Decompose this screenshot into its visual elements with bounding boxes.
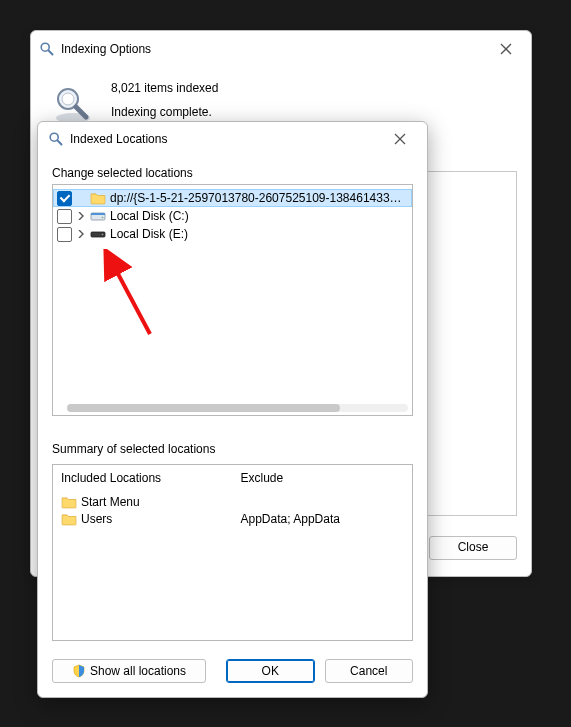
exclude-text: AppData; AppData <box>241 512 340 526</box>
included-item-label: Users <box>81 512 112 526</box>
svg-point-6 <box>62 93 74 105</box>
tree-checkbox[interactable] <box>57 227 72 242</box>
exclude-column: Exclude AppData; AppData <box>233 465 413 640</box>
indexed-locations-close-button[interactable] <box>383 127 417 151</box>
close-icon <box>500 43 512 55</box>
indexed-locations-icon <box>48 132 64 146</box>
show-all-label: Show all locations <box>90 664 186 678</box>
included-column: Included Locations Start MenuUsers <box>53 465 233 640</box>
tree-checkbox[interactable] <box>57 209 72 224</box>
tree-expander[interactable] <box>76 212 86 220</box>
indexing-options-titlebar: Indexing Options <box>31 31 531 63</box>
close-button-label: Close <box>458 540 489 554</box>
indexed-locations-title: Indexed Locations <box>70 132 167 146</box>
change-locations-label: Change selected locations <box>52 166 413 180</box>
folder-icon <box>90 191 106 205</box>
summary-box: Included Locations Start MenuUsers Exclu… <box>52 464 413 641</box>
locations-tree[interactable]: dp://{S-1-5-21-2597013780-2607525109-138… <box>52 184 413 416</box>
indexed-locations-titlebar: Indexed Locations <box>38 122 427 154</box>
svg-line-9 <box>57 140 61 144</box>
tree-label: dp://{S-1-5-21-2597013780-2607525109-138… <box>110 191 408 205</box>
indexed-locations-button-row: Show all locations OK Cancel <box>38 649 427 697</box>
drive-c-icon <box>90 209 106 223</box>
indexing-status-row: 8,021 items indexed Indexing complete. <box>45 79 517 125</box>
summary-label: Summary of selected locations <box>52 442 413 456</box>
included-item[interactable]: Start Menu <box>61 493 225 510</box>
ok-button[interactable]: OK <box>226 659 315 683</box>
magnifier-large-icon <box>51 85 95 125</box>
indexing-options-title: Indexing Options <box>61 42 151 56</box>
tree-label: Local Disk (C:) <box>110 209 189 223</box>
scrollbar-thumb[interactable] <box>67 404 340 412</box>
drive-e-icon <box>90 227 106 241</box>
svg-line-1 <box>48 50 52 54</box>
cancel-button[interactable]: Cancel <box>325 659 414 683</box>
tree-row[interactable]: dp://{S-1-5-21-2597013780-2607525109-138… <box>53 189 412 207</box>
exclude-header: Exclude <box>241 471 405 485</box>
tree-label: Local Disk (E:) <box>110 227 188 241</box>
included-item[interactable]: Users <box>61 510 225 527</box>
svg-rect-13 <box>91 213 105 215</box>
included-item-label: Start Menu <box>81 495 140 509</box>
indexing-options-icon <box>39 42 55 56</box>
svg-point-14 <box>102 217 104 219</box>
indexed-locations-dialog: Indexed Locations Change selected locati… <box>37 121 428 698</box>
indexing-options-close-button[interactable] <box>489 37 523 61</box>
tree-checkbox[interactable] <box>57 191 72 206</box>
tree-row[interactable]: Local Disk (C:) <box>53 207 412 225</box>
folder-icon <box>61 512 77 526</box>
tree-horizontal-scrollbar[interactable] <box>67 404 408 412</box>
indexing-status-text: Indexing complete. <box>111 105 218 119</box>
chevron-right-icon <box>77 230 85 238</box>
shield-icon <box>72 664 86 678</box>
cancel-label: Cancel <box>350 664 387 678</box>
svg-point-16 <box>102 234 104 236</box>
chevron-right-icon <box>77 212 85 220</box>
items-indexed-text: 8,021 items indexed <box>111 81 218 95</box>
close-icon <box>394 133 406 145</box>
included-header: Included Locations <box>61 471 225 485</box>
folder-icon <box>61 495 77 509</box>
ok-label: OK <box>262 664 279 678</box>
indexing-options-close-footer-button[interactable]: Close <box>429 536 517 560</box>
tree-row[interactable]: Local Disk (E:) <box>53 225 412 243</box>
show-all-locations-button[interactable]: Show all locations <box>52 659 206 683</box>
tree-expander[interactable] <box>76 230 86 238</box>
